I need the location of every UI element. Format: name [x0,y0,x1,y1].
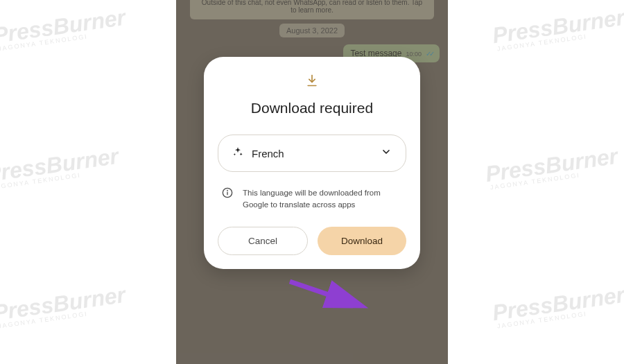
watermark: PressBurnerJAGONYA TEKNOLOGI [491,282,624,330]
download-dialog: Download required French This language w… [204,57,420,269]
dialog-title: Download required [218,100,406,116]
watermark: PressBurnerJAGONYA TEKNOLOGI [0,5,128,53]
svg-point-2 [227,190,228,191]
download-button[interactable]: Download [318,227,406,255]
info-icon [222,187,233,201]
chevron-down-icon [381,146,392,160]
download-icon [218,73,406,87]
cancel-button[interactable]: Cancel [218,227,308,255]
watermark: PressBurnerJAGONYA TEKNOLOGI [0,282,128,330]
watermark: PressBurnerJAGONYA TEKNOLOGI [0,144,121,191]
language-selector[interactable]: French [218,135,406,172]
button-row: Cancel Download [218,227,406,255]
selected-language: French [252,148,372,159]
sparkle-icon [232,146,243,160]
watermark: PressBurnerJAGONYA TEKNOLOGI [484,144,620,191]
info-text: This language will be downloaded from Go… [243,187,402,210]
info-row: This language will be downloaded from Go… [218,187,406,210]
watermark: PressBurnerJAGONYA TEKNOLOGI [491,5,624,53]
